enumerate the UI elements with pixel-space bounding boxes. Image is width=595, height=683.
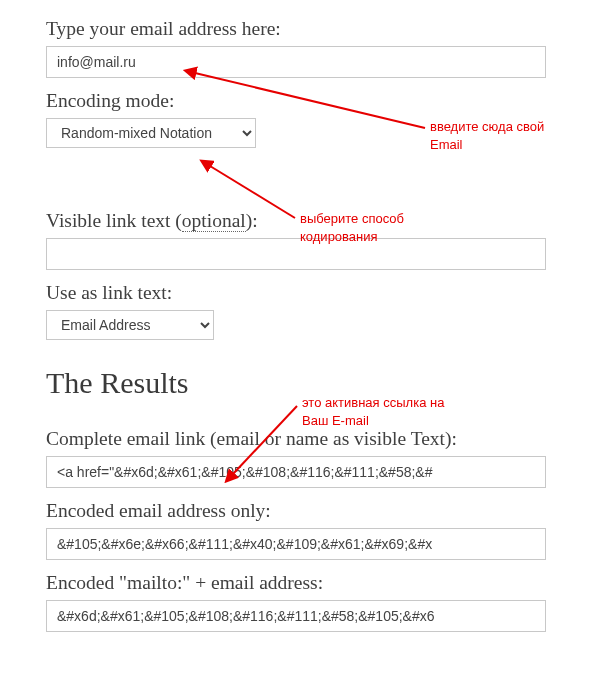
label-encoding: Encoding mode:	[46, 90, 549, 112]
encoded-mailto-output[interactable]	[46, 600, 546, 632]
label-complete-link: Complete email link (email or name as vi…	[46, 428, 549, 450]
label-visible-post: ):	[246, 210, 258, 231]
label-use-as: Use as link text:	[46, 282, 549, 304]
label-optional: optional	[182, 210, 246, 232]
label-encoded-mailto: Encoded "mailto:" + email address:	[46, 572, 549, 594]
results-heading: The Results	[46, 366, 549, 400]
label-visible-text: Visible link text (optional):	[46, 210, 549, 232]
email-input[interactable]	[46, 46, 546, 78]
complete-link-output[interactable]	[46, 456, 546, 488]
visible-text-input[interactable]	[46, 238, 546, 270]
use-as-select[interactable]: Email Address	[46, 310, 214, 340]
label-encoded-addr: Encoded email address only:	[46, 500, 549, 522]
label-visible-pre: Visible link text (	[46, 210, 182, 231]
encoded-addr-output[interactable]	[46, 528, 546, 560]
encoding-select[interactable]: Random-mixed Notation	[46, 118, 256, 148]
label-email: Type your email address here:	[46, 18, 549, 40]
page: Type your email address here: Encoding m…	[0, 0, 595, 683]
